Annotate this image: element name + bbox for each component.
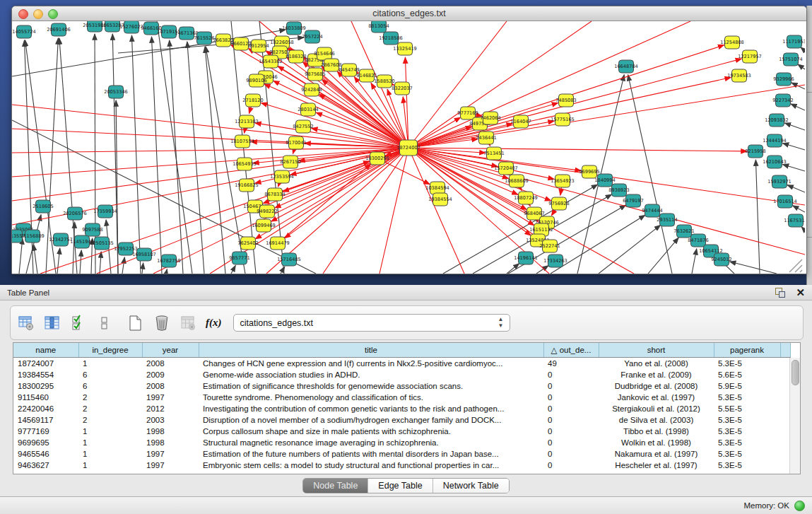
graph-edge[interactable] <box>264 84 408 148</box>
table-cell[interactable]: Genome-wide association studies in ADHD. <box>199 369 543 380</box>
delete-column-disabled-icon[interactable] <box>177 313 199 334</box>
table-scrollbar-thumb[interactable] <box>792 360 799 385</box>
table-row[interactable]: 977716911998Corpus callosum shape and si… <box>13 426 790 437</box>
table-cell[interactable]: 2 <box>78 403 142 414</box>
graph-edge[interactable] <box>599 225 661 274</box>
table-cell[interactable]: 5.3E-5 <box>714 437 780 448</box>
table-cell[interactable]: 19384554 <box>13 369 78 380</box>
table-cell[interactable]: 5.3E-5 <box>714 358 780 370</box>
table-cell[interactable]: 1 <box>78 460 142 471</box>
float-panel-icon[interactable] <box>775 287 786 298</box>
table-cell[interactable]: Tibbo et al. (1998) <box>599 426 714 437</box>
table-cell[interactable]: 5.3E-5 <box>714 414 780 426</box>
table-cell[interactable]: Dudbridge et al. (2008) <box>599 380 714 392</box>
table-cell[interactable]: 2008 <box>142 380 199 392</box>
column-selector-icon[interactable] <box>42 313 63 334</box>
table-row[interactable]: 911546021997Tourette syndrome. Phenomeno… <box>13 392 790 403</box>
table-cell[interactable]: Stergiakouli et al. (2012) <box>599 403 714 414</box>
minimize-window-button[interactable] <box>33 9 43 19</box>
table-cell[interactable]: 0 <box>543 426 599 437</box>
table-cell[interactable]: 1 <box>78 448 142 460</box>
graph-edge[interactable] <box>408 21 507 148</box>
table-cell[interactable]: Jankovic et al. (1997) <box>599 392 714 403</box>
table-cell[interactable]: 0 <box>543 437 599 448</box>
table-cell[interactable]: Hescheler et al. (1997) <box>599 460 714 471</box>
table-cell[interactable]: de Silva et al. (2003) <box>599 414 714 426</box>
graph-edge[interactable] <box>801 47 805 51</box>
table-cell[interactable]: 2009 <box>142 369 199 380</box>
canvas-resize-grip[interactable] <box>789 259 802 272</box>
table-cell[interactable]: Estimation of significance thresholds fo… <box>199 380 543 392</box>
column-header[interactable]: △ out_de... <box>543 343 599 358</box>
table-row[interactable]: 1872400712008Changes of HCN gene express… <box>13 358 790 370</box>
graph-edge[interactable] <box>787 185 805 192</box>
table-cell[interactable]: 1 <box>78 358 142 370</box>
table-cell[interactable]: 0 <box>543 392 599 403</box>
network-graph-svg[interactable]: 1405572420691406205319881065328715276027… <box>12 21 805 274</box>
new-table-icon[interactable] <box>125 313 146 334</box>
graph-edge[interactable] <box>536 266 548 274</box>
table-cell[interactable]: 18724007 <box>13 358 78 370</box>
table-cell[interactable]: 1998 <box>142 426 199 437</box>
column-header[interactable]: in_degree <box>78 343 142 358</box>
graph-edge[interactable] <box>112 34 118 274</box>
tab-network-table[interactable]: Network Table <box>433 479 509 493</box>
graph-edge[interactable] <box>408 148 747 151</box>
table-cell[interactable]: 2 <box>78 392 142 403</box>
graph-edge[interactable] <box>730 262 777 274</box>
table-cell[interactable]: 9465546 <box>13 448 78 460</box>
graph-edge[interactable] <box>408 148 464 274</box>
table-cell[interactable]: 5.9E-5 <box>714 380 780 392</box>
table-cell[interactable]: 2012 <box>142 403 199 414</box>
table-cell[interactable]: 49 <box>543 358 599 370</box>
table-cell[interactable]: Nakamura et al. (1997) <box>599 448 714 460</box>
table-row[interactable]: 946554611997Estimation of the future num… <box>13 448 790 460</box>
table-row[interactable]: 1938455462009Genome-wide association stu… <box>13 369 790 380</box>
table-cell[interactable]: 9699695 <box>13 437 78 448</box>
column-header[interactable]: pagerank <box>714 343 780 358</box>
table-cell[interactable]: 1997 <box>142 448 199 460</box>
table-cell[interactable]: Franke et al. (2009) <box>599 369 714 380</box>
graph-edge[interactable] <box>782 164 805 171</box>
graph-edge[interactable] <box>142 263 143 274</box>
graph-edge[interactable] <box>157 21 192 274</box>
graph-edge[interactable] <box>34 245 37 274</box>
table-cell[interactable]: 0 <box>543 448 599 460</box>
table-cell[interactable]: 2 <box>78 414 142 426</box>
table-cell[interactable]: Corpus callosum shape and size in male p… <box>199 426 543 437</box>
graph-edge[interactable] <box>100 252 101 274</box>
table-cell[interactable]: 0 <box>543 414 599 426</box>
column-header[interactable]: title <box>199 343 543 358</box>
graph-edge[interactable] <box>166 269 167 274</box>
merge-rows-icon[interactable] <box>94 313 115 334</box>
table-cell[interactable]: 9777169 <box>13 426 78 437</box>
graph-edge[interactable] <box>801 227 805 230</box>
tab-edge-table[interactable]: Edge Table <box>368 479 433 493</box>
network-canvas[interactable]: 1405572420691406205319881065328715276027… <box>12 21 805 274</box>
table-cell[interactable]: 1 <box>78 426 142 437</box>
memory-status-indicator[interactable] <box>794 501 805 511</box>
graph-edge[interactable] <box>285 148 408 238</box>
table-scrollbar[interactable] <box>789 358 800 474</box>
graph-edge[interactable] <box>57 248 60 274</box>
table-cell[interactable]: 5.6E-5 <box>714 369 780 380</box>
graph-edge[interactable] <box>80 250 81 274</box>
graph-edge[interactable] <box>408 21 592 148</box>
table-cell[interactable]: 5.3E-5 <box>714 392 780 403</box>
table-cell[interactable]: Investigating the contribution of common… <box>199 403 543 414</box>
graph-edge[interactable] <box>152 37 162 274</box>
graph-edge[interactable] <box>791 104 805 110</box>
table-cell[interactable]: 5.3E-5 <box>714 426 780 437</box>
graph-edge[interactable] <box>692 249 697 274</box>
close-panel-icon[interactable]: ✕ <box>796 288 805 298</box>
table-cell[interactable]: 1997 <box>142 392 199 403</box>
zoom-window-button[interactable] <box>48 9 58 19</box>
table-cell[interactable]: 1997 <box>142 460 199 471</box>
table-cell[interactable]: 0 <box>543 369 599 380</box>
graph-edge[interactable] <box>784 123 805 130</box>
table-cell[interactable]: Estimation of the future numbers of pati… <box>199 448 543 460</box>
table-cell[interactable]: 1 <box>78 437 142 448</box>
graph-edge[interactable] <box>19 238 23 274</box>
graph-edge[interactable] <box>628 75 672 274</box>
table-cell[interactable]: Disruption of a novel member of a sodium… <box>199 414 543 426</box>
